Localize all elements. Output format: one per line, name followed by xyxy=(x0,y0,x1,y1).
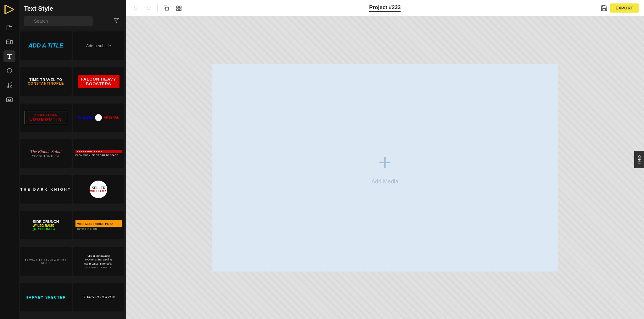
template-keller-williams[interactable]: KELLER WILLIAMS xyxy=(73,175,125,204)
svg-marker-15 xyxy=(114,18,119,23)
template-dark-knight[interactable]: THE DARK KNIGHT xyxy=(20,175,72,204)
sidebar-icon-folder[interactable] xyxy=(3,21,15,33)
group-button[interactable] xyxy=(174,3,184,13)
search-wrapper: 🔍 xyxy=(24,16,110,26)
export-button[interactable]: EXPORT xyxy=(610,3,639,13)
filter-button[interactable] xyxy=(112,16,120,26)
undo-button[interactable] xyxy=(131,3,141,13)
app-logo[interactable] xyxy=(4,4,15,15)
sidebar-icon-captions[interactable] xyxy=(3,94,15,106)
svg-rect-18 xyxy=(180,6,181,8)
main-area: Project #233 EXPORT + Add Media xyxy=(126,0,644,319)
add-media-label: Add Media xyxy=(371,178,398,185)
svg-rect-19 xyxy=(177,8,179,10)
sidebar-icon-shapes[interactable] xyxy=(3,65,15,77)
svg-rect-4 xyxy=(8,41,9,42)
toolbar: Project #233 EXPORT xyxy=(126,0,644,16)
template-chelsea-arsenal[interactable]: CHELSEA ARSENAL xyxy=(73,104,125,132)
save-button[interactable] xyxy=(601,5,608,12)
template-tears-in-heaven[interactable]: TEARS IN HEAVEN xyxy=(73,283,125,311)
svg-rect-11 xyxy=(7,98,12,102)
sidebar-icon-text[interactable] xyxy=(3,50,15,62)
template-side-crunch[interactable]: SIDE CRUNCH W/ LEG RAISE (45 SECONDS) xyxy=(20,211,72,239)
svg-point-9 xyxy=(7,86,9,88)
svg-point-10 xyxy=(10,86,12,87)
project-title: Project #233 xyxy=(369,4,401,12)
sidebar-icon-music[interactable] xyxy=(3,79,15,91)
svg-marker-0 xyxy=(5,5,14,14)
template-breaking-news[interactable]: BREAKING NEWS ELON MUSK: FIRES CAR TO SP… xyxy=(73,139,125,168)
template-time-travel[interactable]: TIME TRAVEL TO CONSTANTINOPLE xyxy=(20,67,72,96)
template-harvey-specter[interactable]: HARVEY SPECTER xyxy=(20,283,72,311)
canvas[interactable]: + Add Media xyxy=(212,64,558,271)
template-christian-louboutin[interactable]: CHRISTIAN LOUBOUTIN xyxy=(20,104,72,132)
duplicate-button[interactable] xyxy=(161,3,171,13)
template-add-subtitle[interactable]: Add a subtitle xyxy=(73,31,125,60)
template-quote[interactable]: "It's in the darkestmoments that we find… xyxy=(73,247,125,276)
template-wild-mushrooms[interactable]: WILD MUSHROOMS PIZZA Beyond The Plate xyxy=(73,211,125,239)
template-white-shirt[interactable]: 10 WAYS TO STYLE A WHITE SHIRT xyxy=(20,247,72,276)
template-blonde-salad[interactable]: The Blonde Salad #FASHIONISTA xyxy=(20,139,72,168)
icon-sidebar xyxy=(0,0,19,319)
svg-rect-2 xyxy=(7,40,11,44)
svg-rect-20 xyxy=(180,8,181,10)
svg-marker-3 xyxy=(11,40,12,44)
sidebar-icon-video[interactable] xyxy=(3,36,15,48)
panel-title: Text Style xyxy=(24,5,120,12)
panel-header: Text Style 🔍 xyxy=(19,0,125,30)
template-add-title[interactable]: ADD A TITLE xyxy=(20,31,72,60)
template-falcon-heavy[interactable]: FALCON HEAVYBOOSTERS xyxy=(73,67,125,96)
search-input[interactable] xyxy=(24,16,93,26)
toolbar-separator-1 xyxy=(157,4,158,12)
templates-grid: ADD A TITLE Add a subtitle TIME TRAVEL T… xyxy=(19,30,125,319)
svg-point-8 xyxy=(7,69,12,73)
redo-button[interactable] xyxy=(143,3,153,13)
canvas-wrapper[interactable]: + Add Media xyxy=(126,16,644,319)
help-button[interactable]: Help xyxy=(634,151,644,168)
toolbar-right: EXPORT xyxy=(601,3,639,13)
svg-rect-16 xyxy=(165,7,169,10)
add-media-icon: + xyxy=(378,151,391,173)
svg-rect-17 xyxy=(177,6,179,8)
text-style-panel: Text Style 🔍 ADD A TITLE Add a subtitle … xyxy=(19,0,126,319)
